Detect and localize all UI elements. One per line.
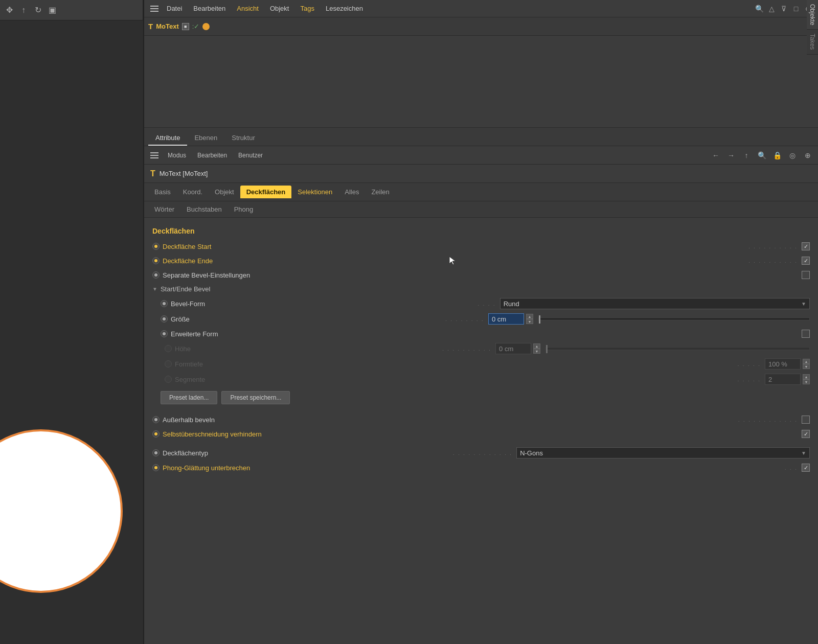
object-square-icon[interactable]: ■ bbox=[182, 23, 189, 30]
checkbox-deckflaeche-ende[interactable] bbox=[802, 257, 810, 265]
tab-phong[interactable]: Phong bbox=[228, 203, 260, 215]
radio-groesse[interactable] bbox=[161, 315, 168, 323]
spin-down-segmente[interactable]: ▼ bbox=[803, 379, 810, 384]
tab-deckflaechen[interactable]: Deckflächen bbox=[240, 186, 292, 198]
checkbox-erweiterte-form[interactable] bbox=[802, 330, 810, 338]
tab-koord[interactable]: Koord. bbox=[177, 186, 209, 198]
input-segmente[interactable] bbox=[765, 374, 801, 385]
radio-formtiefe[interactable] bbox=[165, 360, 172, 367]
prop-ausserhalb-beveln: Außerhalb beveln . . . . . . . . . . . . bbox=[144, 412, 818, 427]
radio-separate-bevel[interactable] bbox=[152, 271, 160, 279]
hamburger-menu[interactable] bbox=[148, 4, 161, 14]
slider-groesse[interactable] bbox=[538, 317, 810, 320]
label-deckflaechentyp: Deckflächentyp bbox=[163, 449, 449, 457]
preset-speichern-button[interactable]: Preset speichern... bbox=[221, 391, 290, 404]
spin-up-hoehe[interactable]: ▲ bbox=[533, 343, 540, 349]
lock-icon[interactable]: 🔒 bbox=[771, 149, 783, 162]
input-formtiefe[interactable] bbox=[765, 358, 801, 370]
search-icon[interactable]: 🔍 bbox=[754, 3, 765, 14]
dots-bevel-form: . . . . bbox=[478, 301, 495, 307]
radio-erweiterte-form[interactable] bbox=[161, 330, 168, 337]
rotate-icon[interactable]: ↻ bbox=[33, 5, 43, 15]
dropdown-deckflaechentyp[interactable]: N-Gons ▼ bbox=[516, 447, 810, 458]
menu-objekt[interactable]: Objekt bbox=[265, 3, 294, 14]
layout-icon[interactable]: □ bbox=[790, 3, 802, 14]
up-arrow-icon[interactable]: ↑ bbox=[740, 149, 753, 162]
filter-icon[interactable]: ⊽ bbox=[778, 3, 789, 14]
forward-icon[interactable]: → bbox=[725, 149, 737, 162]
tab-ebenen[interactable]: Ebenen bbox=[187, 131, 224, 146]
checkbox-ausserhalb-beveln[interactable] bbox=[802, 416, 810, 424]
prop-formtiefe: Formtiefe . . . . . ▲ ▼ bbox=[144, 356, 818, 372]
prop-segmente: Segmente . . . . . ▲ ▼ bbox=[144, 372, 818, 387]
menu-ansicht[interactable]: Ansicht bbox=[232, 3, 264, 14]
triangle-icon[interactable]: △ bbox=[766, 3, 777, 14]
dropdown-bevel-form[interactable]: Rund ▼ bbox=[500, 298, 810, 309]
vtab-objekte[interactable]: Objekte bbox=[807, 0, 818, 30]
toolbar-hamburger[interactable] bbox=[148, 150, 161, 160]
input-groesse[interactable] bbox=[488, 313, 524, 325]
prop-hoehe: Höhe . . . . . . . . . . ▲ ▼ bbox=[144, 341, 818, 356]
spin-up-groesse[interactable]: ▲ bbox=[526, 314, 533, 319]
radio-hoehe[interactable] bbox=[165, 345, 172, 352]
dots-segmente: . . . . . bbox=[737, 376, 761, 382]
tab-selektionen[interactable]: Selektionen bbox=[291, 186, 338, 198]
attributes-tab-row: Attribute Ebenen Struktur bbox=[144, 128, 818, 146]
tab-alles[interactable]: Alles bbox=[338, 186, 365, 198]
back-icon[interactable]: ← bbox=[710, 149, 722, 162]
search-toolbar-icon[interactable]: 🔍 bbox=[756, 149, 768, 162]
checkbox-deckflaeche-start[interactable] bbox=[802, 242, 810, 250]
menu-datei[interactable]: Datei bbox=[162, 3, 187, 14]
tab-basis[interactable]: Basis bbox=[148, 186, 177, 198]
radio-ausserhalb-beveln[interactable] bbox=[152, 416, 160, 423]
circle-icon[interactable]: ◎ bbox=[786, 149, 799, 162]
radio-bevel-form[interactable] bbox=[161, 300, 168, 307]
dropdown-value-bevel-form: Rund bbox=[504, 300, 519, 308]
vtab-takes[interactable]: Takes bbox=[807, 30, 818, 54]
radio-selbstueberschneidung[interactable] bbox=[152, 430, 160, 438]
menu-tags[interactable]: Tags bbox=[295, 3, 319, 14]
move-icon[interactable]: ✥ bbox=[4, 5, 14, 15]
segmente-input-group: ▲ ▼ bbox=[765, 374, 810, 385]
plus-icon[interactable]: ⊕ bbox=[802, 149, 814, 162]
tab-buchstaben[interactable]: Buchstaben bbox=[180, 203, 228, 215]
spin-up-segmente[interactable]: ▲ bbox=[803, 374, 810, 379]
spin-down-groesse[interactable]: ▼ bbox=[526, 319, 533, 324]
menu-lesezeichen[interactable]: Lesezeichen bbox=[321, 3, 368, 14]
label-bevel-form: Bevel-Form bbox=[171, 300, 473, 308]
modus-button[interactable]: Modus bbox=[164, 150, 190, 160]
radio-deckflaeche-ende[interactable] bbox=[152, 257, 160, 264]
radio-segmente[interactable] bbox=[165, 376, 172, 383]
radio-deckflaechentyp[interactable] bbox=[152, 449, 160, 456]
tab-struktur[interactable]: Struktur bbox=[224, 131, 262, 146]
collapse-icon[interactable]: ▼ bbox=[152, 286, 157, 292]
radio-phong-glaettung[interactable] bbox=[152, 464, 160, 471]
label-erweiterte-form: Erweiterte Form bbox=[171, 330, 799, 338]
spin-down-formtiefe[interactable]: ▼ bbox=[803, 364, 810, 369]
bearbeiten-button[interactable]: Bearbeiten bbox=[193, 150, 231, 160]
prop-deckflaeche-ende: Deckfläche Ende . . . . . . . . . . bbox=[144, 254, 818, 268]
dots-formtiefe: . . . . . bbox=[737, 361, 761, 367]
menu-bearbeiten[interactable]: Bearbeiten bbox=[188, 3, 231, 14]
label-selbstueberschneidung: Selbstüberschneidung verhindern bbox=[163, 430, 799, 438]
radio-deckflaeche-start[interactable] bbox=[152, 243, 160, 250]
prop-bevel-form: Bevel-Form . . . . Rund ▼ bbox=[144, 296, 818, 311]
spin-up-formtiefe[interactable]: ▲ bbox=[803, 359, 810, 364]
up-icon[interactable]: ↑ bbox=[18, 5, 29, 15]
check-icon[interactable]: :✓ bbox=[192, 22, 200, 30]
slider-hoehe[interactable] bbox=[546, 347, 810, 350]
tab-woerter[interactable]: Wörter bbox=[148, 203, 180, 215]
preset-laden-button[interactable]: Preset laden... bbox=[161, 391, 217, 404]
square-icon[interactable]: ▣ bbox=[47, 5, 57, 15]
tab-zeilen[interactable]: Zeilen bbox=[365, 186, 395, 198]
checkbox-phong-glaettung[interactable] bbox=[802, 464, 810, 472]
tab-objekt[interactable]: Objekt bbox=[209, 186, 240, 198]
tab-attribute[interactable]: Attribute bbox=[148, 131, 187, 146]
preset-buttons-row: Preset laden... Preset speichern... bbox=[144, 387, 818, 408]
label-deckflaeche-start: Deckfläche Start bbox=[163, 243, 744, 250]
input-hoehe[interactable] bbox=[495, 343, 531, 354]
benutzer-button[interactable]: Benutzer bbox=[234, 150, 267, 160]
spin-down-hoehe[interactable]: ▼ bbox=[533, 349, 540, 354]
checkbox-separate-bevel[interactable] bbox=[802, 271, 810, 279]
checkbox-selbstueberschneidung[interactable] bbox=[802, 430, 810, 438]
